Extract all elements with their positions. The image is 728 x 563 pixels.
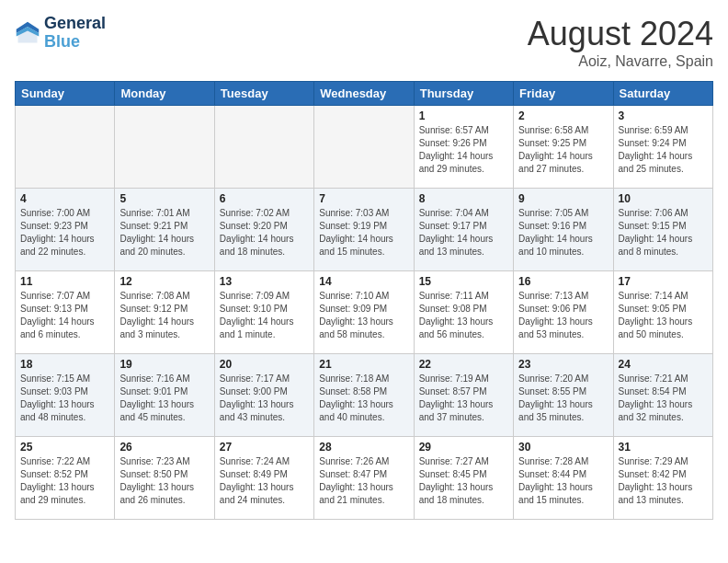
day-number: 3	[619, 109, 708, 122]
day-info: Sunrise: 7:02 AMSunset: 9:20 PMDaylight:…	[220, 207, 309, 259]
day-info: Sunrise: 7:10 AMSunset: 9:09 PMDaylight:…	[319, 290, 408, 341]
calendar-cell: 11Sunrise: 7:07 AMSunset: 9:13 PMDayligh…	[16, 271, 115, 354]
calendar-cell	[314, 106, 414, 189]
location: Aoiz, Navarre, Spain	[528, 53, 713, 70]
day-info: Sunrise: 7:07 AMSunset: 9:13 PMDaylight:…	[20, 290, 109, 341]
calendar-cell: 29Sunrise: 7:27 AMSunset: 8:45 PMDayligh…	[414, 437, 513, 520]
calendar-cell: 8Sunrise: 7:04 AMSunset: 9:17 PMDaylight…	[414, 189, 513, 271]
calendar-cell: 30Sunrise: 7:28 AMSunset: 8:44 PMDayligh…	[514, 437, 613, 520]
day-number: 4	[20, 192, 109, 205]
page-header: GeneralBlue August 2024 Aoiz, Navarre, S…	[15, 15, 713, 70]
weekday-header-monday: Monday	[115, 82, 214, 106]
day-number: 22	[419, 358, 508, 371]
calendar-cell: 3Sunrise: 6:59 AMSunset: 9:24 PMDaylight…	[613, 106, 712, 189]
day-info: Sunrise: 7:00 AMSunset: 9:23 PMDaylight:…	[20, 207, 109, 259]
calendar-week-2: 4Sunrise: 7:00 AMSunset: 9:23 PMDaylight…	[16, 189, 713, 271]
logo-icon	[15, 20, 40, 46]
day-info: Sunrise: 7:19 AMSunset: 8:57 PMDaylight:…	[419, 373, 508, 424]
day-number: 21	[319, 358, 408, 371]
logo-text: GeneralBlue	[44, 15, 106, 52]
calendar-cell: 1Sunrise: 6:57 AMSunset: 9:26 PMDaylight…	[414, 106, 513, 189]
day-number: 1	[419, 109, 508, 122]
calendar-cell: 16Sunrise: 7:13 AMSunset: 9:06 PMDayligh…	[514, 271, 613, 354]
day-number: 8	[419, 192, 508, 205]
day-info: Sunrise: 7:06 AMSunset: 9:15 PMDaylight:…	[619, 207, 708, 259]
calendar-cell: 4Sunrise: 7:00 AMSunset: 9:23 PMDaylight…	[16, 189, 115, 271]
calendar-cell: 31Sunrise: 7:29 AMSunset: 8:42 PMDayligh…	[613, 437, 712, 520]
weekday-header-saturday: Saturday	[613, 82, 712, 106]
calendar-cell: 17Sunrise: 7:14 AMSunset: 9:05 PMDayligh…	[613, 271, 712, 354]
calendar-cell: 15Sunrise: 7:11 AMSunset: 9:08 PMDayligh…	[414, 271, 513, 354]
day-number: 20	[220, 358, 309, 371]
day-info: Sunrise: 6:58 AMSunset: 9:25 PMDaylight:…	[518, 124, 608, 176]
calendar-table: SundayMondayTuesdayWednesdayThursdayFrid…	[15, 81, 713, 520]
day-number: 31	[619, 441, 708, 454]
calendar-cell	[214, 106, 313, 189]
day-number: 7	[319, 192, 408, 205]
calendar-cell: 26Sunrise: 7:23 AMSunset: 8:50 PMDayligh…	[115, 437, 214, 520]
day-number: 12	[119, 275, 209, 288]
day-info: Sunrise: 7:21 AMSunset: 8:54 PMDaylight:…	[619, 373, 708, 424]
day-number: 29	[419, 441, 508, 454]
calendar-cell: 14Sunrise: 7:10 AMSunset: 9:09 PMDayligh…	[314, 271, 414, 354]
day-number: 17	[619, 275, 708, 288]
day-info: Sunrise: 7:05 AMSunset: 9:16 PMDaylight:…	[518, 207, 608, 259]
day-info: Sunrise: 7:11 AMSunset: 9:08 PMDaylight:…	[419, 290, 508, 341]
calendar-cell: 27Sunrise: 7:24 AMSunset: 8:49 PMDayligh…	[214, 437, 313, 520]
title-block: August 2024 Aoiz, Navarre, Spain	[528, 15, 713, 70]
day-info: Sunrise: 7:24 AMSunset: 8:49 PMDaylight:…	[220, 455, 309, 507]
weekday-header-sunday: Sunday	[16, 82, 115, 106]
calendar-cell: 18Sunrise: 7:15 AMSunset: 9:03 PMDayligh…	[16, 354, 115, 437]
day-info: Sunrise: 7:27 AMSunset: 8:45 PMDaylight:…	[419, 455, 508, 507]
day-number: 27	[220, 441, 309, 454]
calendar-cell: 19Sunrise: 7:16 AMSunset: 9:01 PMDayligh…	[115, 354, 214, 437]
day-number: 23	[518, 358, 608, 371]
day-number: 25	[20, 441, 109, 454]
day-number: 30	[518, 441, 608, 454]
calendar-cell: 22Sunrise: 7:19 AMSunset: 8:57 PMDayligh…	[414, 354, 513, 437]
weekday-header-thursday: Thursday	[414, 82, 513, 106]
day-info: Sunrise: 6:57 AMSunset: 9:26 PMDaylight:…	[419, 124, 508, 176]
calendar-week-3: 11Sunrise: 7:07 AMSunset: 9:13 PMDayligh…	[16, 271, 713, 354]
day-info: Sunrise: 7:22 AMSunset: 8:52 PMDaylight:…	[20, 455, 109, 507]
day-info: Sunrise: 7:18 AMSunset: 8:58 PMDaylight:…	[319, 373, 408, 424]
calendar-cell: 7Sunrise: 7:03 AMSunset: 9:19 PMDaylight…	[314, 189, 414, 271]
weekday-header-row: SundayMondayTuesdayWednesdayThursdayFrid…	[16, 82, 713, 106]
day-number: 26	[119, 441, 209, 454]
day-number: 9	[518, 192, 608, 205]
calendar-cell: 12Sunrise: 7:08 AMSunset: 9:12 PMDayligh…	[115, 271, 214, 354]
calendar-cell: 10Sunrise: 7:06 AMSunset: 9:15 PMDayligh…	[613, 189, 712, 271]
weekday-header-tuesday: Tuesday	[214, 82, 313, 106]
calendar-cell	[115, 106, 214, 189]
day-number: 19	[119, 358, 209, 371]
day-number: 10	[619, 192, 708, 205]
month-title: August 2024	[528, 15, 713, 53]
calendar-week-1: 1Sunrise: 6:57 AMSunset: 9:26 PMDaylight…	[16, 106, 713, 189]
day-info: Sunrise: 7:29 AMSunset: 8:42 PMDaylight:…	[619, 455, 708, 507]
weekday-header-friday: Friday	[514, 82, 613, 106]
day-number: 11	[20, 275, 109, 288]
calendar-cell: 20Sunrise: 7:17 AMSunset: 9:00 PMDayligh…	[214, 354, 313, 437]
day-number: 15	[419, 275, 508, 288]
day-info: Sunrise: 7:09 AMSunset: 9:10 PMDaylight:…	[220, 290, 309, 341]
calendar-week-5: 25Sunrise: 7:22 AMSunset: 8:52 PMDayligh…	[16, 437, 713, 520]
day-number: 28	[319, 441, 408, 454]
calendar-cell: 13Sunrise: 7:09 AMSunset: 9:10 PMDayligh…	[214, 271, 313, 354]
day-number: 14	[319, 275, 408, 288]
day-info: Sunrise: 7:14 AMSunset: 9:05 PMDaylight:…	[619, 290, 708, 341]
day-info: Sunrise: 7:16 AMSunset: 9:01 PMDaylight:…	[119, 373, 209, 424]
day-info: Sunrise: 7:03 AMSunset: 9:19 PMDaylight:…	[319, 207, 408, 259]
logo: GeneralBlue	[15, 15, 106, 52]
day-number: 2	[518, 109, 608, 122]
day-number: 6	[220, 192, 309, 205]
calendar-cell: 6Sunrise: 7:02 AMSunset: 9:20 PMDaylight…	[214, 189, 313, 271]
calendar-cell: 25Sunrise: 7:22 AMSunset: 8:52 PMDayligh…	[16, 437, 115, 520]
calendar-cell: 9Sunrise: 7:05 AMSunset: 9:16 PMDaylight…	[514, 189, 613, 271]
day-info: Sunrise: 7:04 AMSunset: 9:17 PMDaylight:…	[419, 207, 508, 259]
day-info: Sunrise: 6:59 AMSunset: 9:24 PMDaylight:…	[619, 124, 708, 176]
day-info: Sunrise: 7:08 AMSunset: 9:12 PMDaylight:…	[119, 290, 209, 341]
calendar-cell: 2Sunrise: 6:58 AMSunset: 9:25 PMDaylight…	[514, 106, 613, 189]
day-info: Sunrise: 7:28 AMSunset: 8:44 PMDaylight:…	[518, 455, 608, 507]
calendar-week-4: 18Sunrise: 7:15 AMSunset: 9:03 PMDayligh…	[16, 354, 713, 437]
calendar-cell: 23Sunrise: 7:20 AMSunset: 8:55 PMDayligh…	[514, 354, 613, 437]
